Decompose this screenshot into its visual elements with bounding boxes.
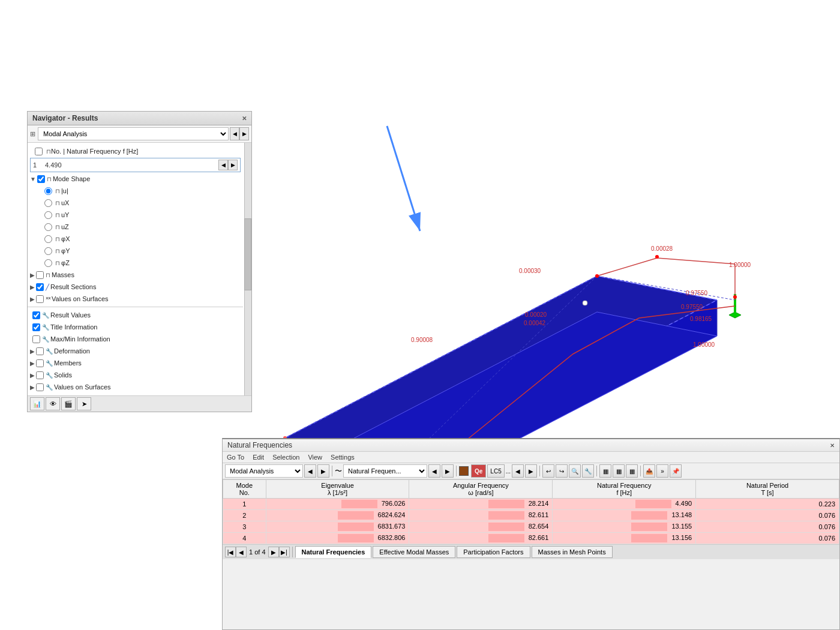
mode-shape-checkbox[interactable] [37,175,45,183]
toolbar-grid2[interactable]: ▦ [613,464,625,478]
toolbar-next-btn[interactable]: ▶ [317,464,329,478]
title-info-icon: 🔧 [42,324,49,331]
nav-uy-row[interactable]: ⊓ uY [28,209,243,221]
menu-goto[interactable]: Go To [225,453,246,461]
members-checkbox[interactable] [36,359,44,367]
nav-phiz-row[interactable]: ⊓ φZ [28,257,243,269]
nav-values-surfaces-row[interactable]: ▶ ˣˣ Values on Surfaces [28,293,243,305]
nav-ux-row[interactable]: ⊓ uX [28,197,243,209]
nav-maxmin-row[interactable]: 🔧 Max/Min Information [28,333,243,345]
uz-radio[interactable] [44,223,52,231]
tab-effective-modal[interactable]: Effective Modal Masses [373,546,455,558]
nav-title-info-row[interactable]: 🔧 Title Information [28,321,243,333]
nav-uz-row[interactable]: ⊓ uZ [28,221,243,233]
toolbar-grid3[interactable]: ▦ [626,464,638,478]
nav-phiy-row[interactable]: ⊓ φY [28,245,243,257]
svg-text:0.97550: 0.97550 [686,290,708,296]
solids-label: Solids [54,371,241,379]
freq-next-btn[interactable]: ▶ [228,160,238,170]
nav-next-btn[interactable]: ▶ [239,127,249,140]
toolbar-nat-freq-dropdown[interactable]: Natural Frequen... [343,464,427,478]
last-page-btn[interactable]: ▶| [279,547,290,557]
freq-header-checkbox[interactable] [35,148,43,155]
toolbar-nat-next-btn[interactable]: ▶ [442,464,454,478]
nav-scrollbar-thumb[interactable] [244,218,251,290]
nav-u-abs-row[interactable]: ⊓ |u| [28,185,243,197]
prev-page-btn[interactable]: ◀ [236,547,247,557]
nav-scrollbar[interactable] [244,143,251,395]
toolbar-lc5-next[interactable]: ▶ [525,464,537,478]
toolbar-prev-btn[interactable]: ◀ [304,464,316,478]
nav-modal-dropdown[interactable]: Modal Analysis [38,127,229,140]
menu-selection[interactable]: Selection [271,453,301,461]
nav-mode-shape-row[interactable]: ▼ ⊓ Mode Shape [28,173,243,185]
freq-prev-btn[interactable]: ◀ [218,160,228,170]
nav-result-values-row[interactable]: 🔧 Result Values [28,309,243,321]
toolbar-sep1 [332,466,332,476]
ux-radio[interactable] [44,199,52,207]
nat-freq-close-btn[interactable]: ✕ [830,442,835,449]
toolbar-lc5-btn[interactable]: LC5 [487,464,504,478]
u-abs-radio[interactable] [44,187,52,195]
toolbar-action3[interactable]: 🔍 [569,464,581,478]
menu-edit[interactable]: Edit [251,453,266,461]
nav-masses-row[interactable]: ▶ ⊓ Masses [28,269,243,281]
phix-radio[interactable] [44,235,52,243]
nav-tool-results-btn[interactable]: 📊 [30,397,44,410]
tab-natural-frequencies[interactable]: Natural Frequencies [295,546,372,558]
cell-natfreq: 4.490 [553,499,696,510]
toolbar-nat-prev-btn[interactable]: ◀ [428,464,440,478]
values-surfaces2-checkbox[interactable] [36,383,44,391]
nav-solids-row[interactable]: ▶ 🔧 Solids [28,369,243,381]
cell-angular: 82.611 [409,510,553,521]
tab-participation-factors[interactable]: Participation Factors [457,546,530,558]
toolbar-lc5-prev[interactable]: ◀ [512,464,524,478]
solids-checkbox[interactable] [36,371,44,379]
navigator-close-btn[interactable]: ✕ [242,115,247,122]
tab-masses-mesh[interactable]: Masses in Mesh Points [532,546,613,558]
freq-value-row[interactable]: 1 4.490 ◀ ▶ [30,158,241,172]
toolbar-more[interactable]: » [656,464,668,478]
title-info-checkbox[interactable] [32,323,40,331]
menu-settings[interactable]: Settings [329,453,356,461]
toolbar-modal-dropdown[interactable]: Modal Analysis [225,464,303,478]
nav-deformation-row[interactable]: ▶ 🔧 Deformation [28,345,243,357]
nav-freq-header-row[interactable]: ⊓ No. | Natural Frequency f [Hz] [28,145,243,157]
toolbar-action1[interactable]: ↩ [542,464,554,478]
nav-prev-next-btns: ◀ ▶ [230,127,249,140]
first-page-btn[interactable]: |◀ [225,547,236,557]
phiy-icon: ⊓ [55,248,60,254]
toolbar-grid1[interactable]: ▦ [599,464,611,478]
deformation-checkbox[interactable] [36,347,44,355]
next-page-btn[interactable]: ▶ [268,547,279,557]
toolbar-qe-btn[interactable]: Qe [471,464,486,478]
toolbar-pin[interactable]: 📌 [670,464,682,478]
values-surfaces-checkbox[interactable] [36,295,44,303]
nav-phix-row[interactable]: ⊓ φX [28,233,243,245]
nav-tool-render-btn[interactable]: 🎬 [61,397,76,410]
uy-radio[interactable] [44,211,52,219]
nav-values-surfaces2-row[interactable]: ▶ 🔧 Values on Surfaces [28,381,243,393]
toolbar-action4[interactable]: 🔧 [582,464,594,478]
toolbar-action2[interactable]: ↪ [556,464,568,478]
svg-text:0.00030: 0.00030 [519,268,541,274]
toolbar-export[interactable]: 📤 [643,464,655,478]
result-sections-checkbox[interactable] [36,283,44,291]
svg-point-34 [733,295,737,299]
col-mode-line2: No. [227,489,262,496]
nav-members-row[interactable]: ▶ 🔧 Members [28,357,243,369]
svg-point-33 [595,274,599,278]
nav-result-sections-row[interactable]: ▶ ╱ Result Sections [28,281,243,293]
masses-checkbox[interactable] [36,271,44,279]
menu-view[interactable]: View [306,453,324,461]
col-mode-line1: Mode [227,482,262,489]
result-values-checkbox[interactable] [32,311,40,319]
phiz-radio[interactable] [44,259,52,267]
nav-tool-arrow-btn[interactable]: ➤ [77,397,91,410]
ux-label: uX [61,199,69,206]
maxmin-checkbox[interactable] [32,335,40,343]
col-natfreq-line2: f [Hz] [556,489,692,496]
nav-prev-btn[interactable]: ◀ [230,127,239,140]
nav-tool-eye-btn[interactable]: 👁 [46,397,60,410]
phiy-radio[interactable] [44,247,52,255]
